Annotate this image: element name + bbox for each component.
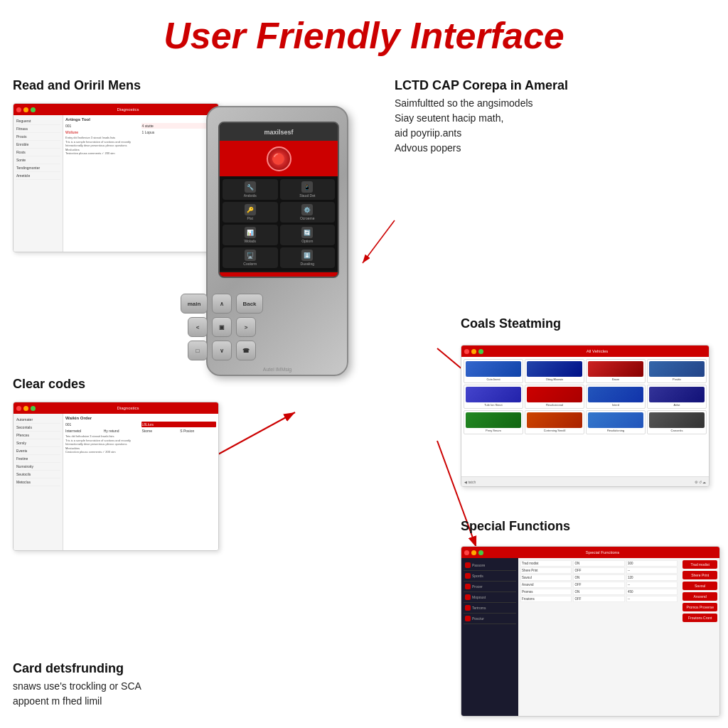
data-row: Intermetol Hy retund Stome S Posion (65, 429, 216, 433)
sf-item-4: Mopoust (464, 592, 516, 603)
sf-icon-4 (465, 594, 471, 600)
menu-icon-5: 📊 (245, 227, 256, 238)
panel-main: Artings Tool 001 4 stutte Wollune 1 Lopu… (63, 115, 218, 252)
car-item-1: Cute-linest (464, 359, 523, 383)
sidebar-item: Sonte (16, 156, 60, 164)
sf-col: ON (573, 560, 624, 567)
menu-label-5: Wolads (244, 239, 256, 243)
car-item-9: Peny Smum (464, 410, 523, 434)
cell: Wollune (65, 130, 140, 134)
car-image-1 (466, 361, 521, 377)
sf-col: Arsovnd (520, 582, 572, 588)
down-button[interactable]: ∨ (212, 341, 232, 360)
sidebar-item: Ameticle (16, 172, 60, 180)
main-button[interactable]: main (181, 294, 208, 314)
car-item-4: Positiv (647, 359, 707, 383)
play-status: ⏸ (224, 277, 229, 279)
sidebar-item: Seutocils (16, 471, 60, 478)
data-row: Waikin Order (65, 416, 216, 420)
menu-icon-1: 🔧 (245, 181, 256, 193)
panel-title-3: All Vehicles (488, 349, 706, 353)
code-display: ◎1325 (318, 276, 333, 278)
sf-table: Trad modist ON 300 Shere Print OFF -- Sa… (520, 560, 678, 714)
minimize-dot-3 (471, 349, 476, 354)
sidebar-item: Sorsly (16, 439, 60, 447)
bottom-desc-1: snaws use's trockling or SCA (13, 679, 141, 694)
footer-icons: ⚙ ↺ ☁ (695, 480, 706, 484)
car-item-10: Corteming Sendil (525, 410, 584, 434)
svg-line-5 (363, 220, 395, 263)
sf-col: OFF (573, 596, 624, 602)
up-button[interactable]: ∧ (212, 294, 232, 314)
car-image-5 (466, 387, 521, 402)
car-item-5: Tule lon Simot (464, 385, 523, 409)
screen-header: maxilsesf (220, 123, 338, 141)
car-item-8: Adist (647, 385, 707, 409)
car-image-4 (649, 361, 705, 377)
close-dot-4 (464, 550, 469, 555)
sf-button-2[interactable]: Shere Print (682, 571, 717, 579)
panel-title-2: Diagnostics (41, 406, 215, 410)
menu-label-8: Duosling (301, 262, 314, 266)
mid-right-label: Coals Steatming (461, 316, 561, 334)
cell: S Posion (180, 429, 216, 433)
mid-right-panel: All Vehicles Cute-linest Ottog Moowin Ea… (461, 345, 710, 487)
sf-col: Trad modist (520, 560, 572, 567)
minimize-dot-2 (23, 406, 28, 411)
cell: 001 (65, 422, 139, 427)
sidebar-item: Rosts (16, 149, 60, 156)
cell: Artings Tool (65, 117, 216, 122)
sidebar-item: Tendingmonter (16, 164, 60, 172)
page-title: User Friendly Interface (0, 0, 728, 64)
menu-button[interactable]: □ (188, 341, 208, 360)
mid-left-label: Clear codes (13, 377, 85, 395)
bottom-desc-2: appoent m fhed limil (13, 694, 141, 709)
panel-titlebar: Diagnostics (14, 104, 218, 115)
menu-label-2: Staud Det (299, 193, 315, 198)
right-button[interactable]: > (236, 317, 256, 337)
panel-sidebar-2: Automater Secontals Pfences Sorsly Event… (14, 414, 63, 550)
panel-titlebar-2: Diagnostics (14, 402, 218, 414)
close-dot (16, 107, 21, 112)
handheld-device: maxilsesf 🔴 🔧 Andoids 📱 Staud Det (206, 106, 348, 376)
car-label-7: Interd (588, 403, 643, 407)
menu-item-7: 🖥️ Coolorm (223, 247, 278, 268)
back-button[interactable]: Back (236, 294, 263, 314)
panel-main-2: Waikin Order 001 L8Llurs Intermetol Hy r… (63, 414, 218, 550)
center-button[interactable]: ▣ (212, 317, 232, 337)
sf-col: 300 (626, 560, 678, 567)
car-image-6 (527, 387, 582, 402)
sf-item-6: Posctur (464, 614, 516, 624)
text-block: Entiry did Inoltesive 3 stossit Insals l… (65, 136, 216, 156)
sf-item-5: Tertroms (464, 603, 516, 614)
sf-button-4[interactable]: Arsovnd (682, 592, 717, 601)
sf-item-2: Spords (464, 571, 516, 582)
car-label-9: Peny Smum (466, 429, 521, 432)
sidebar-item: Automater (16, 416, 60, 424)
sidebar-item: Fitnass (16, 125, 60, 133)
sf-icon-3 (465, 584, 471, 589)
car-image-12 (649, 412, 705, 428)
device-brand: maxilsesf (264, 129, 293, 136)
phone-button[interactable]: ☎ (236, 341, 256, 360)
sf-button-5[interactable]: Promos Proverse (682, 603, 717, 611)
button-row-1: main ∧ Back (165, 294, 279, 314)
data-row: 001 4 stutte (65, 123, 216, 129)
sf-button-3[interactable]: Savoul (682, 582, 717, 590)
sf-col: Savoul (520, 574, 572, 581)
menu-icon-3: 🔑 (245, 204, 256, 215)
sf-row: Arsovnd OFF -- (520, 582, 678, 588)
sf-body: Passore Spords Procer Mopoust Tertroms (461, 558, 719, 716)
left-button[interactable]: < (188, 317, 208, 337)
sf-col: -- (626, 582, 678, 588)
button-row-2: < ▣ > (165, 317, 279, 337)
car-image-8 (649, 387, 705, 402)
menu-icon-4: ⚙️ (301, 204, 313, 215)
minimize-dot-4 (471, 550, 476, 555)
sf-col: -- (626, 596, 678, 602)
bottom-right-label: Special Functions (461, 519, 570, 537)
sf-button-1[interactable]: Trad modist (682, 560, 717, 569)
sf-button-6[interactable]: Froutons Cront (682, 614, 717, 622)
minimize-dot (23, 107, 28, 112)
panel-title-4: Special Functions (488, 550, 717, 555)
